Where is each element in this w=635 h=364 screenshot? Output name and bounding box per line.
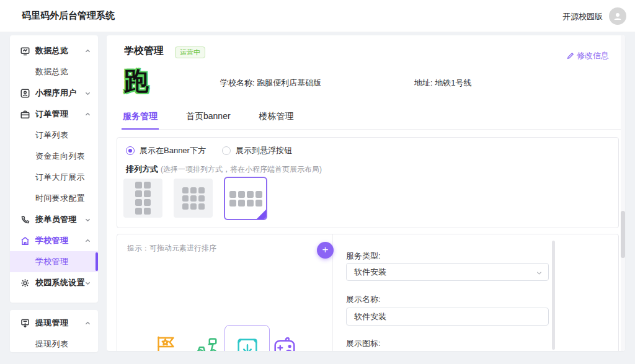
- order-icon: [20, 110, 30, 119]
- radio-show-floating-button[interactable]: 展示到悬浮按钮: [222, 145, 292, 156]
- sidebar-item-school-mgmt-sub[interactable]: 学校管理: [10, 251, 98, 272]
- school-name-row: 学校名称: 跑腿便利店基础版: [220, 78, 321, 89]
- radio-unselected-icon: [222, 146, 231, 155]
- school-name-label: 学校名称:: [220, 78, 255, 87]
- miniapp-user-icon: [20, 89, 30, 98]
- chevron-up-icon: [85, 238, 91, 244]
- service-type-label: 服务类型:: [346, 251, 381, 262]
- app-title: 码里码外后台管理系统: [22, 10, 115, 22]
- sidebar-item-school-mgmt[interactable]: 学校管理: [10, 230, 98, 251]
- app-header: 码里码外后台管理系统 开源校园版: [0, 0, 635, 32]
- page-title: 学校管理: [124, 45, 164, 58]
- courier-icon: [20, 215, 30, 224]
- form-panel-scrollbar[interactable]: [552, 241, 555, 350]
- chevron-up-icon: [85, 112, 91, 117]
- tab-bar: 服务管理 首页banner 楼栋管理: [122, 109, 624, 130]
- user-avatar[interactable]: [609, 7, 626, 25]
- pencil-icon: [567, 52, 574, 60]
- tab-service-mgmt[interactable]: 服务管理: [122, 109, 159, 130]
- tab-home-banner[interactable]: 首页banner: [185, 109, 232, 129]
- add-service-button[interactable]: +: [317, 242, 334, 259]
- service-type-select[interactable]: 软件安装: [346, 263, 549, 281]
- chevron-down-icon: [536, 270, 542, 276]
- arrange-mode-label: 排列方式(选择一项排列方式，将在小程序端首页展示布局): [126, 164, 322, 175]
- sidebar-item-time-config[interactable]: 时间要求配置: [10, 188, 98, 209]
- radio-show-under-banner[interactable]: 展示在Banner下方: [126, 145, 206, 156]
- layout-option-3x3[interactable]: [174, 179, 213, 218]
- status-badge: 运营中: [175, 47, 205, 58]
- chevron-down-icon: [85, 91, 91, 96]
- chevron-up-icon: [85, 48, 91, 54]
- school-name-value: 跑腿便利店基础版: [257, 78, 321, 87]
- school-icon: [20, 236, 30, 246]
- main-scrollbar-thumb[interactable]: [621, 211, 625, 258]
- school-management-panel: 学校管理 运营中 修改信息 跑 学校名称: 跑腿便利店基础版 地址: 地铁1号线…: [107, 35, 625, 351]
- display-icon-label: 展示图标:: [346, 338, 381, 349]
- service-form-panel: 服务类型: 软件安装 展示名称: 展示图标:: [333, 234, 618, 351]
- sidebar-item-courier-mgmt[interactable]: 接单员管理: [10, 209, 98, 230]
- chevron-up-icon: [85, 321, 91, 326]
- withdraw-icon: [20, 319, 30, 328]
- data-overview-icon: [20, 47, 30, 56]
- layout-option-4x2-selected[interactable]: [224, 177, 267, 220]
- scooter-icon[interactable]: [193, 332, 220, 351]
- selected-icon-frame[interactable]: [224, 325, 270, 351]
- gamepad-icon[interactable]: [271, 332, 298, 351]
- service-editor-box: 提示：可拖动元素进行排序 + 服务类型: 软件安装: [117, 234, 619, 351]
- flag-icon[interactable]: [153, 332, 179, 351]
- sidebar-item-fund-flow-list[interactable]: 资金走向列表: [10, 146, 98, 167]
- edition-label: 开源校园版: [562, 11, 603, 22]
- sidebar-item-order-mgmt[interactable]: 订单管理: [10, 104, 98, 125]
- display-name-input[interactable]: [346, 308, 549, 326]
- school-logo: 跑: [124, 65, 155, 96]
- box-download-icon: [234, 334, 261, 351]
- chevron-down-icon: [85, 217, 91, 223]
- sidebar-item-data-overview[interactable]: 数据总览: [10, 40, 98, 61]
- sidebar: 数据总览 数据总览 小程序用户 订单管理 订单列表 资金走向列表 订单大厅展示 …: [10, 35, 98, 303]
- sidebar-item-data-overview-sub[interactable]: 数据总览: [10, 61, 98, 82]
- sidebar-item-withdraw-mgmt[interactable]: 提现管理: [10, 313, 98, 334]
- display-name-label: 展示名称:: [346, 294, 381, 305]
- service-type-value: 软件安装: [354, 267, 386, 277]
- school-address-row: 地址: 地铁1号线: [414, 78, 471, 89]
- display-settings-box: 展示在Banner下方 展示到悬浮按钮 排列方式(选择一项排列方式，将在小程序端…: [117, 137, 619, 228]
- edit-info-link[interactable]: 修改信息: [567, 50, 609, 61]
- chevron-down-icon: [85, 280, 91, 286]
- person-icon: [613, 11, 623, 21]
- settings-icon: [20, 278, 30, 288]
- school-address-label: 地址:: [414, 78, 433, 87]
- sidebar-item-order-hall[interactable]: 订单大厅展示: [10, 167, 98, 188]
- main-scrollbar-track: [621, 35, 625, 351]
- sidebar-item-withdraw-list[interactable]: 提现列表: [10, 334, 98, 352]
- sidebar-item-campus-settings[interactable]: 校园系统设置: [10, 272, 98, 293]
- school-address-value: 地铁1号线: [435, 78, 471, 87]
- tab-building-mgmt[interactable]: 楼栋管理: [258, 109, 295, 129]
- drag-hint: 提示：可拖动元素进行排序: [127, 243, 216, 254]
- layout-option-2x4[interactable]: [123, 179, 162, 218]
- sidebar-item-miniapp-users[interactable]: 小程序用户: [10, 82, 98, 104]
- radio-selected-icon: [126, 146, 135, 155]
- sidebar-secondary: 提现管理 提现列表: [10, 310, 98, 352]
- sidebar-item-order-list[interactable]: 订单列表: [10, 125, 98, 146]
